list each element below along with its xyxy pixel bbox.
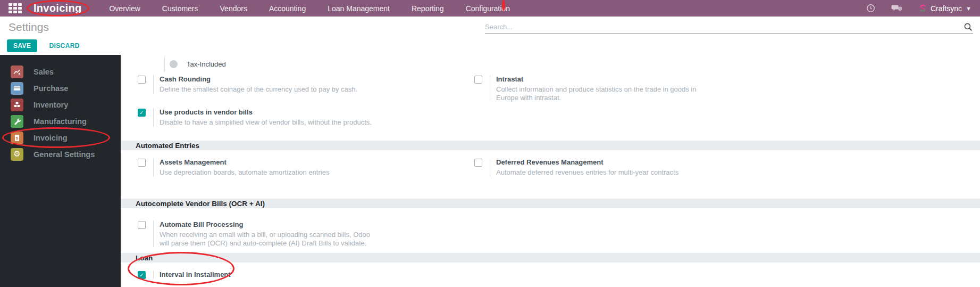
search-box xyxy=(485,21,973,34)
setting-assets-management: Assets Management Use depreciation board… xyxy=(138,158,329,177)
sidebar-item-label: Sales xyxy=(33,68,54,76)
menu-item-accounting[interactable]: Accounting xyxy=(269,4,306,13)
settings-sidebar: Sales Purchase Inventory Manufacturing $… xyxy=(0,55,121,287)
setting-interval-in-installment: Interval in Installment xyxy=(138,270,231,279)
control-panel: Settings SAVE DISCARD xyxy=(0,17,980,55)
setting-text: Use products in vendor bills Disable to … xyxy=(153,108,372,127)
tax-included-radio[interactable] xyxy=(170,60,178,68)
sidebar-item-inventory[interactable]: Inventory xyxy=(0,96,121,113)
section-header-loan: Loan xyxy=(121,253,980,263)
sidebar-item-label: Purchase xyxy=(33,84,68,93)
sidebar-item-invoicing[interactable]: $ Invoicing xyxy=(0,129,121,146)
tax-included-label: Tax-Included xyxy=(187,60,226,68)
sidebar-item-label: Manufacturing xyxy=(33,117,87,126)
setting-title: Deferred Revenues Management xyxy=(496,158,679,166)
menu-item-configuration-label: Configuration xyxy=(466,4,510,13)
interval-in-installment-checkbox[interactable] xyxy=(138,271,146,279)
menu-item-configuration[interactable]: Configuration xyxy=(466,4,513,13)
menu-item-loan-management[interactable]: Loan Management xyxy=(328,4,390,13)
setting-title: Interval in Installment xyxy=(160,270,231,278)
manufacturing-wrench-icon xyxy=(11,115,23,128)
setting-help: Automate deferred revenues entries for m… xyxy=(496,168,679,177)
setting-title: Assets Management xyxy=(160,158,329,166)
assets-management-checkbox[interactable] xyxy=(138,159,146,167)
general-settings-gear-icon: ⚙ xyxy=(11,148,23,161)
setting-cash-rounding: Cash Rounding Define the smallest coinag… xyxy=(138,75,357,94)
sidebar-item-sales[interactable]: Sales xyxy=(0,63,121,80)
setting-automate-bill-processing: Automate Bill Processing When receiving … xyxy=(138,220,370,247)
user-name: Craftsync xyxy=(931,4,962,13)
svg-text:$: $ xyxy=(16,135,19,140)
menu-item-customers[interactable]: Customers xyxy=(162,4,198,13)
setting-intrastat: Intrastat Collect information and produc… xyxy=(474,75,697,102)
purchase-card-icon xyxy=(11,82,23,95)
sidebar-item-label: General Settings xyxy=(33,150,95,159)
activities-clock-icon[interactable] xyxy=(866,4,875,13)
company-logo-icon xyxy=(918,4,927,13)
setting-text: Automate Bill Processing When receiving … xyxy=(153,220,370,247)
setting-title: Cash Rounding xyxy=(160,75,357,83)
main-menu: Overview Customers Vendors Accounting Lo… xyxy=(109,4,513,13)
search-input[interactable] xyxy=(485,23,964,31)
menu-item-vendors[interactable]: Vendors xyxy=(220,4,247,13)
setting-text: Cash Rounding Define the smallest coinag… xyxy=(153,75,357,94)
use-products-checkbox[interactable] xyxy=(138,109,146,117)
setting-title: Intrastat xyxy=(496,75,697,83)
settings-body: Sales Purchase Inventory Manufacturing $… xyxy=(0,55,980,287)
discard-button[interactable]: DISCARD xyxy=(49,42,79,50)
intrastat-checkbox[interactable] xyxy=(474,76,482,84)
setting-help: Collect information and produce statisti… xyxy=(496,85,697,102)
menu-item-overview[interactable]: Overview xyxy=(109,4,140,13)
inventory-boxes-icon xyxy=(11,99,23,111)
setting-help: When receiving an email with a bill, or … xyxy=(160,231,370,247)
setting-help: Disable to have a simplified view of ven… xyxy=(160,118,372,127)
form-actions: SAVE DISCARD xyxy=(7,39,80,52)
sidebar-item-label: Invoicing xyxy=(33,134,68,142)
automate-bill-processing-checkbox[interactable] xyxy=(138,221,146,229)
search-icon[interactable] xyxy=(964,22,973,32)
setting-use-products-in-vendor-bills: Use products in vendor bills Disable to … xyxy=(138,108,372,127)
menu-item-reporting[interactable]: Reporting xyxy=(412,4,444,13)
app-brand[interactable]: Invoicing xyxy=(33,2,81,14)
deferred-revenues-checkbox[interactable] xyxy=(474,159,482,167)
setting-text: Intrastat Collect information and produc… xyxy=(490,75,697,102)
section-header-automated-entries: Automated Entries xyxy=(121,141,980,150)
chevron-down-icon: ▼ xyxy=(966,5,971,12)
user-menu[interactable]: Craftsync ▼ xyxy=(918,4,971,13)
tax-included-option: Tax-Included xyxy=(164,57,226,71)
setting-deferred-revenues-management: Deferred Revenues Management Automate de… xyxy=(474,158,679,177)
apps-menu-icon[interactable] xyxy=(9,3,22,13)
nav-right-tools: Craftsync ▼ xyxy=(866,4,971,13)
section-header-autocomplete-vendor-bills: Autocomplete Vendor Bills (OCR + AI) xyxy=(121,199,980,208)
invoicing-bill-icon: $ xyxy=(11,132,23,144)
sales-chart-icon xyxy=(11,65,23,78)
sidebar-item-purchase[interactable]: Purchase xyxy=(0,80,121,96)
setting-text: Assets Management Use depreciation board… xyxy=(153,158,329,177)
sidebar-item-manufacturing[interactable]: Manufacturing xyxy=(0,113,121,129)
cash-rounding-checkbox[interactable] xyxy=(138,76,146,84)
sidebar-item-general-settings[interactable]: ⚙ General Settings xyxy=(0,146,121,162)
sidebar-item-label: Inventory xyxy=(33,101,68,109)
setting-title: Use products in vendor bills xyxy=(160,108,372,116)
top-nav-bar: Invoicing Overview Customers Vendors Acc… xyxy=(0,0,980,17)
save-button[interactable]: SAVE xyxy=(7,39,37,52)
page-title: Settings xyxy=(9,21,49,34)
setting-title: Automate Bill Processing xyxy=(160,220,370,228)
setting-help: Use depreciation boards, automate amorti… xyxy=(160,168,329,177)
setting-text: Interval in Installment xyxy=(153,270,231,278)
app-brand-label: Invoicing xyxy=(33,2,81,14)
messages-chat-icon[interactable] xyxy=(891,4,902,13)
setting-help: Define the smallest coinage of the curre… xyxy=(160,85,357,94)
settings-panel: Tax-Included Cash Rounding Define the sm… xyxy=(121,55,980,287)
setting-text: Deferred Revenues Management Automate de… xyxy=(490,158,679,177)
